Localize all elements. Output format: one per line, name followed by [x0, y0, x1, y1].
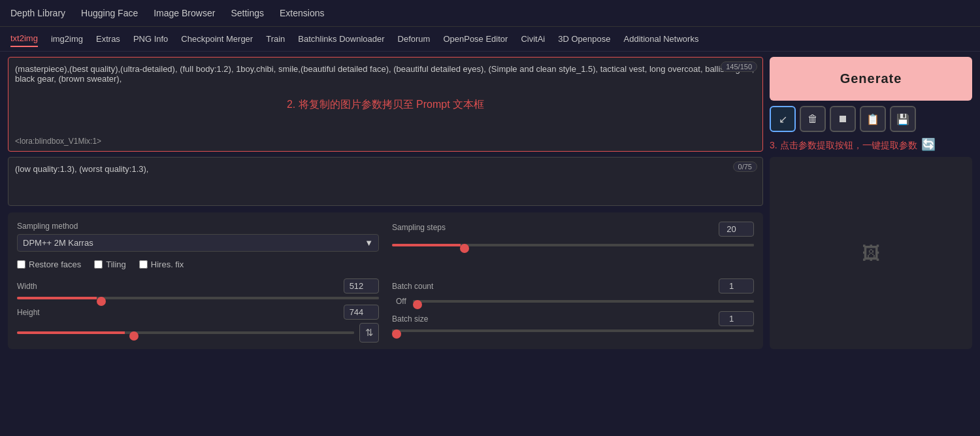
batch-count-group: Batch count Off: [392, 278, 754, 306]
sampling-steps-input[interactable]: [719, 222, 754, 237]
arrow-in-button[interactable]: ↙: [770, 106, 796, 132]
stop-button[interactable]: ⏹: [830, 106, 856, 132]
action-buttons-row: ↙ 🗑 ⏹ 📋 💾: [770, 106, 972, 132]
neg-textarea[interactable]: [8, 158, 762, 203]
width-label: Width: [17, 282, 46, 291]
restore-faces-label[interactable]: Restore faces: [17, 260, 81, 269]
lora-tag: <lora:blindbox_V1Mix:1>: [15, 137, 101, 146]
sampling-method-value: DPM++ 2M Karras: [23, 238, 93, 248]
sampling-steps-label: Sampling steps: [392, 223, 446, 232]
off-label: Off: [396, 297, 406, 306]
tab-txt2img[interactable]: txt2img: [10, 31, 38, 47]
hires-fix-label[interactable]: Hires. fix: [139, 260, 184, 269]
trash-button[interactable]: 🗑: [800, 106, 826, 132]
nav-image-browser[interactable]: Image Browser: [154, 5, 215, 21]
prompt-textarea[interactable]: [8, 58, 762, 149]
annotation-text-3: 3. 点击参数提取按钮，一键提取参数: [770, 140, 917, 152]
swap-dimensions-button[interactable]: ⇅: [359, 323, 379, 343]
batch-size-label: Batch size: [392, 314, 444, 324]
top-nav: Depth Library Hugging Face Image Browser…: [0, 0, 980, 27]
neg-counter: 0/75: [733, 161, 757, 172]
height-group: Height ⇅: [17, 305, 379, 343]
main-content: 145/150 2. 将复制的图片参数拷贝至 Prompt 文本框 <lora:…: [0, 52, 980, 354]
sub-nav: txt2img img2img Extras PNG Info Checkpoi…: [0, 27, 980, 52]
image-preview: 🖼: [770, 157, 972, 349]
tab-img2img[interactable]: img2img: [51, 31, 83, 46]
sampling-steps-slider[interactable]: [392, 244, 754, 246]
tiling-checkbox[interactable]: [94, 260, 103, 269]
batch-count-label: Batch count: [392, 282, 444, 291]
right-settings: Batch count Off Batch size: [392, 278, 754, 343]
image-placeholder-icon: 🖼: [862, 243, 880, 264]
copy-button[interactable]: 📋: [860, 106, 886, 132]
height-input[interactable]: [344, 305, 379, 320]
tab-civitai[interactable]: CivitAi: [521, 31, 545, 46]
nav-settings[interactable]: Settings: [231, 5, 264, 21]
nav-extensions[interactable]: Extensions: [280, 5, 324, 21]
batch-size-slider[interactable]: [392, 329, 754, 332]
tab-batchlinks[interactable]: Batchlinks Downloader: [298, 31, 384, 46]
refresh-icon: 🔄: [921, 137, 936, 152]
settings-bottom-row: Width Height ⇅: [17, 278, 754, 343]
sampling-method-label: Sampling method: [17, 222, 379, 231]
nav-depth-library[interactable]: Depth Library: [10, 5, 65, 21]
tab-train[interactable]: Train: [266, 31, 285, 46]
batch-count-input[interactable]: [719, 278, 754, 293]
hires-fix-checkbox[interactable]: [139, 260, 148, 269]
sampling-method-dropdown[interactable]: DPM++ 2M Karras ▼: [17, 234, 379, 252]
generate-button[interactable]: Generate: [770, 57, 972, 101]
sampling-row: Sampling method DPM++ 2M Karras ▼ Sampli…: [17, 222, 754, 252]
checkboxes-row: Restore faces Tiling Hires. fix: [17, 260, 754, 269]
save-button[interactable]: 💾: [890, 106, 916, 132]
batch-count-slider[interactable]: [413, 300, 754, 303]
prompt-counter: 145/150: [721, 61, 757, 72]
batch-size-group: Batch size: [392, 311, 754, 332]
tiling-label[interactable]: Tiling: [94, 260, 126, 269]
neg-prompt-wrap: 0/75: [8, 157, 763, 206]
tab-png-info[interactable]: PNG Info: [133, 31, 168, 46]
right-panel: Generate ↙ 🗑 ⏹ 📋 💾 3. 点击参数提取按钮，一键提取参数 🔄 …: [770, 57, 972, 349]
width-slider[interactable]: [17, 297, 379, 299]
width-group: Width: [17, 278, 379, 299]
left-settings: Width Height ⇅: [17, 278, 379, 343]
annotation-row: 3. 点击参数提取按钮，一键提取参数 🔄: [770, 137, 972, 152]
height-label: Height: [17, 308, 46, 317]
tab-extras[interactable]: Extras: [96, 31, 120, 46]
restore-faces-checkbox[interactable]: [17, 260, 25, 269]
tab-additional-networks[interactable]: Additional Networks: [624, 31, 699, 46]
tab-3d-openpose[interactable]: 3D Openpose: [558, 31, 610, 46]
tab-deforum[interactable]: Deforum: [398, 31, 431, 46]
nav-hugging-face[interactable]: Hugging Face: [81, 5, 138, 21]
height-slider[interactable]: [17, 331, 354, 334]
width-input[interactable]: [344, 278, 379, 293]
batch-size-input[interactable]: [719, 311, 754, 326]
tab-openpose[interactable]: OpenPose Editor: [443, 31, 508, 46]
sampling-steps-group: Sampling steps: [392, 222, 754, 248]
left-panel: 145/150 2. 将复制的图片参数拷贝至 Prompt 文本框 <lora:…: [8, 57, 763, 349]
tab-checkpoint-merger[interactable]: Checkpoint Merger: [181, 31, 253, 46]
chevron-down-icon: ▼: [365, 238, 373, 248]
prompt-box-wrap: 145/150 2. 将复制的图片参数拷贝至 Prompt 文本框 <lora:…: [8, 57, 763, 152]
sampling-method-group: Sampling method DPM++ 2M Karras ▼: [17, 222, 379, 252]
settings-panel: Sampling method DPM++ 2M Karras ▼ Sampli…: [8, 212, 763, 349]
